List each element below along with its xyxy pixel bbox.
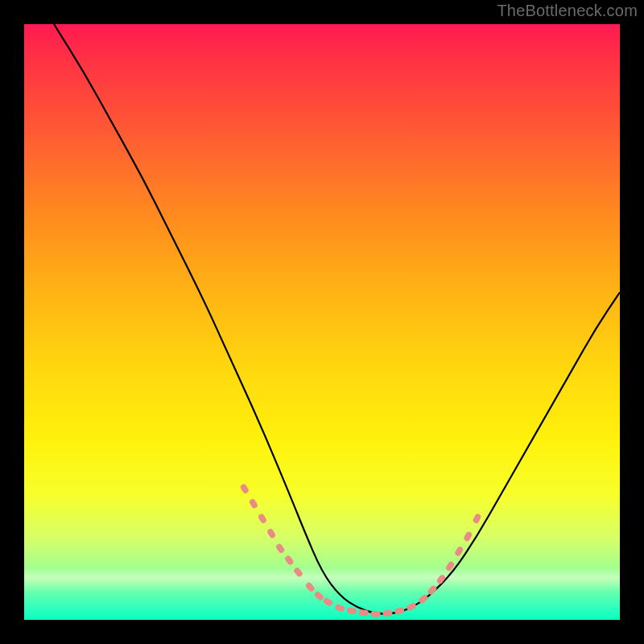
highlight-dot <box>275 543 286 554</box>
highlight-dot <box>436 574 446 585</box>
highlight-dot <box>313 591 324 601</box>
highlight-dot <box>371 611 381 617</box>
highlight-dot <box>394 607 405 615</box>
watermark-text: TheBottleneck.com <box>497 2 638 20</box>
chart-svg <box>24 24 620 620</box>
chart-frame: TheBottleneck.com <box>0 0 644 644</box>
highlight-dot <box>346 607 357 615</box>
highlight-dot <box>427 584 438 596</box>
highlight-dot <box>406 602 417 612</box>
highlight-dot <box>304 581 316 592</box>
highlight-dot <box>266 528 277 539</box>
highlight-dot <box>472 513 481 524</box>
bottleneck-curve <box>54 24 620 614</box>
highlight-dot <box>454 546 464 557</box>
highlight-dots-group <box>239 483 481 617</box>
highlight-dot <box>249 498 259 510</box>
highlight-dot <box>258 513 268 524</box>
highlight-dot <box>463 530 473 542</box>
highlight-dot <box>322 597 333 607</box>
plot-area <box>24 24 620 620</box>
highlight-dot <box>382 609 393 617</box>
highlight-dot <box>293 567 303 578</box>
highlight-dot <box>239 483 250 494</box>
highlight-dot <box>284 555 295 566</box>
highlight-dot <box>334 604 345 613</box>
